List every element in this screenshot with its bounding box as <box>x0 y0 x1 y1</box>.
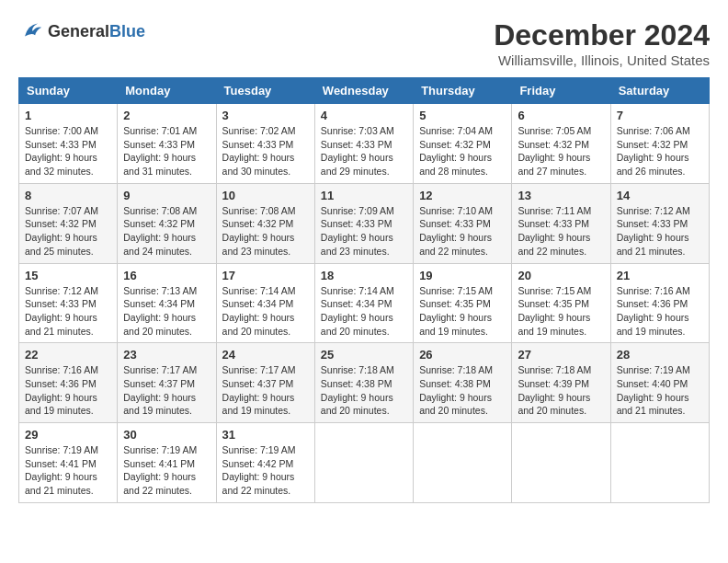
month-title: December 2024 <box>494 18 710 52</box>
day-number: 13 <box>518 189 604 202</box>
day-number: 18 <box>321 269 407 282</box>
calendar-day-cell: 19 Sunrise: 7:15 AM Sunset: 4:35 PM Dayl… <box>414 263 512 343</box>
day-number: 6 <box>518 109 604 122</box>
day-info: Sunrise: 7:19 AM Sunset: 4:40 PM Dayligh… <box>617 363 703 418</box>
day-number: 9 <box>123 189 210 202</box>
day-info: Sunrise: 7:17 AM Sunset: 4:37 PM Dayligh… <box>222 363 309 418</box>
calendar-day-cell: 5 Sunrise: 7:04 AM Sunset: 4:32 PM Dayli… <box>414 104 512 184</box>
calendar-day-cell: 16 Sunrise: 7:13 AM Sunset: 4:34 PM Dayl… <box>118 263 216 343</box>
calendar-day-cell: 13 Sunrise: 7:11 AM Sunset: 4:33 PM Dayl… <box>512 183 610 263</box>
day-number: 20 <box>518 269 604 282</box>
day-info: Sunrise: 7:16 AM Sunset: 4:36 PM Dayligh… <box>25 363 111 418</box>
day-info: Sunrise: 7:09 AM Sunset: 4:33 PM Dayligh… <box>321 204 407 259</box>
day-info: Sunrise: 7:06 AM Sunset: 4:32 PM Dayligh… <box>617 124 703 178</box>
day-number: 15 <box>25 269 111 282</box>
calendar-day-cell: 31 Sunrise: 7:19 AM Sunset: 4:42 PM Dayl… <box>216 423 314 503</box>
day-number: 25 <box>321 348 407 362</box>
day-info: Sunrise: 7:08 AM Sunset: 4:32 PM Dayligh… <box>222 204 309 259</box>
calendar-week-row: 22 Sunrise: 7:16 AM Sunset: 4:36 PM Dayl… <box>19 343 710 423</box>
day-info: Sunrise: 7:11 AM Sunset: 4:33 PM Dayligh… <box>518 204 604 259</box>
day-number: 19 <box>419 269 506 282</box>
day-info: Sunrise: 7:03 AM Sunset: 4:33 PM Dayligh… <box>321 124 407 178</box>
day-info: Sunrise: 7:19 AM Sunset: 4:41 PM Dayligh… <box>25 443 111 498</box>
day-info: Sunrise: 7:15 AM Sunset: 4:35 PM Dayligh… <box>518 284 604 339</box>
day-info: Sunrise: 7:04 AM Sunset: 4:32 PM Dayligh… <box>419 124 506 178</box>
page-header: GeneralBlue December 2024 Williamsville,… <box>18 18 710 68</box>
day-number: 10 <box>222 189 309 202</box>
calendar-day-cell: 20 Sunrise: 7:15 AM Sunset: 4:35 PM Dayl… <box>512 263 610 343</box>
day-number: 1 <box>25 109 111 122</box>
day-number: 29 <box>25 428 111 442</box>
day-number: 30 <box>123 428 210 442</box>
day-info: Sunrise: 7:08 AM Sunset: 4:32 PM Dayligh… <box>123 204 210 259</box>
day-info: Sunrise: 7:00 AM Sunset: 4:33 PM Dayligh… <box>25 124 111 178</box>
logo-general: General <box>48 22 109 40</box>
calendar-week-row: 8 Sunrise: 7:07 AM Sunset: 4:32 PM Dayli… <box>19 183 710 263</box>
calendar-day-cell <box>610 423 709 503</box>
day-number: 7 <box>617 109 703 122</box>
logo: GeneralBlue <box>18 18 145 44</box>
calendar-day-cell: 24 Sunrise: 7:17 AM Sunset: 4:37 PM Dayl… <box>216 343 314 423</box>
calendar-day-cell: 10 Sunrise: 7:08 AM Sunset: 4:32 PM Dayl… <box>216 183 314 263</box>
calendar-day-cell <box>314 423 413 503</box>
day-number: 22 <box>25 348 111 362</box>
calendar-table: SundayMondayTuesdayWednesdayThursdayFrid… <box>18 77 710 503</box>
logo-icon <box>18 18 44 44</box>
day-number: 4 <box>321 109 407 122</box>
day-number: 3 <box>222 109 309 122</box>
day-number: 14 <box>617 189 703 202</box>
day-info: Sunrise: 7:05 AM Sunset: 4:32 PM Dayligh… <box>518 124 604 178</box>
calendar-day-cell: 25 Sunrise: 7:18 AM Sunset: 4:38 PM Dayl… <box>314 343 413 423</box>
calendar-day-cell: 21 Sunrise: 7:16 AM Sunset: 4:36 PM Dayl… <box>610 263 709 343</box>
logo-text: GeneralBlue <box>48 22 145 41</box>
calendar-day-cell: 11 Sunrise: 7:09 AM Sunset: 4:33 PM Dayl… <box>314 183 413 263</box>
calendar-day-header: Tuesday <box>216 78 314 104</box>
day-info: Sunrise: 7:19 AM Sunset: 4:41 PM Dayligh… <box>123 443 210 498</box>
day-number: 16 <box>123 269 210 282</box>
day-number: 2 <box>123 109 210 122</box>
day-info: Sunrise: 7:12 AM Sunset: 4:33 PM Dayligh… <box>25 284 111 339</box>
day-info: Sunrise: 7:19 AM Sunset: 4:42 PM Dayligh… <box>222 443 309 498</box>
calendar-day-cell: 4 Sunrise: 7:03 AM Sunset: 4:33 PM Dayli… <box>314 104 413 184</box>
calendar-day-cell: 28 Sunrise: 7:19 AM Sunset: 4:40 PM Dayl… <box>610 343 709 423</box>
calendar-day-cell: 23 Sunrise: 7:17 AM Sunset: 4:37 PM Dayl… <box>118 343 216 423</box>
day-info: Sunrise: 7:07 AM Sunset: 4:32 PM Dayligh… <box>25 204 111 259</box>
calendar-day-cell <box>512 423 610 503</box>
calendar-day-cell: 22 Sunrise: 7:16 AM Sunset: 4:36 PM Dayl… <box>19 343 118 423</box>
day-info: Sunrise: 7:02 AM Sunset: 4:33 PM Dayligh… <box>222 124 309 178</box>
calendar-day-cell: 8 Sunrise: 7:07 AM Sunset: 4:32 PM Dayli… <box>19 183 118 263</box>
calendar-day-cell: 14 Sunrise: 7:12 AM Sunset: 4:33 PM Dayl… <box>610 183 709 263</box>
calendar-day-header: Thursday <box>414 78 512 104</box>
day-number: 12 <box>419 189 506 202</box>
day-number: 11 <box>321 189 407 202</box>
calendar-header-row: SundayMondayTuesdayWednesdayThursdayFrid… <box>19 78 710 104</box>
logo-blue: Blue <box>109 22 145 40</box>
calendar-day-cell: 27 Sunrise: 7:18 AM Sunset: 4:39 PM Dayl… <box>512 343 610 423</box>
calendar-day-cell: 9 Sunrise: 7:08 AM Sunset: 4:32 PM Dayli… <box>118 183 216 263</box>
day-number: 26 <box>419 348 506 362</box>
day-info: Sunrise: 7:18 AM Sunset: 4:38 PM Dayligh… <box>321 363 407 418</box>
calendar-day-header: Wednesday <box>314 78 413 104</box>
calendar-day-header: Friday <box>512 78 610 104</box>
calendar-day-cell: 2 Sunrise: 7:01 AM Sunset: 4:33 PM Dayli… <box>118 104 216 184</box>
day-info: Sunrise: 7:12 AM Sunset: 4:33 PM Dayligh… <box>617 204 703 259</box>
calendar-day-cell: 1 Sunrise: 7:00 AM Sunset: 4:33 PM Dayli… <box>19 104 118 184</box>
day-number: 17 <box>222 269 309 282</box>
calendar-day-cell: 7 Sunrise: 7:06 AM Sunset: 4:32 PM Dayli… <box>610 104 709 184</box>
calendar-week-row: 15 Sunrise: 7:12 AM Sunset: 4:33 PM Dayl… <box>19 263 710 343</box>
day-info: Sunrise: 7:18 AM Sunset: 4:38 PM Dayligh… <box>419 363 506 418</box>
day-info: Sunrise: 7:18 AM Sunset: 4:39 PM Dayligh… <box>518 363 604 418</box>
day-number: 21 <box>617 269 703 282</box>
day-info: Sunrise: 7:14 AM Sunset: 4:34 PM Dayligh… <box>321 284 407 339</box>
calendar-day-cell: 6 Sunrise: 7:05 AM Sunset: 4:32 PM Dayli… <box>512 104 610 184</box>
day-info: Sunrise: 7:10 AM Sunset: 4:33 PM Dayligh… <box>419 204 506 259</box>
calendar-day-cell: 15 Sunrise: 7:12 AM Sunset: 4:33 PM Dayl… <box>19 263 118 343</box>
calendar-day-header: Monday <box>118 78 216 104</box>
day-info: Sunrise: 7:17 AM Sunset: 4:37 PM Dayligh… <box>123 363 210 418</box>
day-number: 5 <box>419 109 506 122</box>
day-info: Sunrise: 7:15 AM Sunset: 4:35 PM Dayligh… <box>419 284 506 339</box>
day-info: Sunrise: 7:14 AM Sunset: 4:34 PM Dayligh… <box>222 284 309 339</box>
calendar-day-cell <box>414 423 512 503</box>
calendar-day-cell: 30 Sunrise: 7:19 AM Sunset: 4:41 PM Dayl… <box>118 423 216 503</box>
calendar-day-header: Sunday <box>19 78 118 104</box>
